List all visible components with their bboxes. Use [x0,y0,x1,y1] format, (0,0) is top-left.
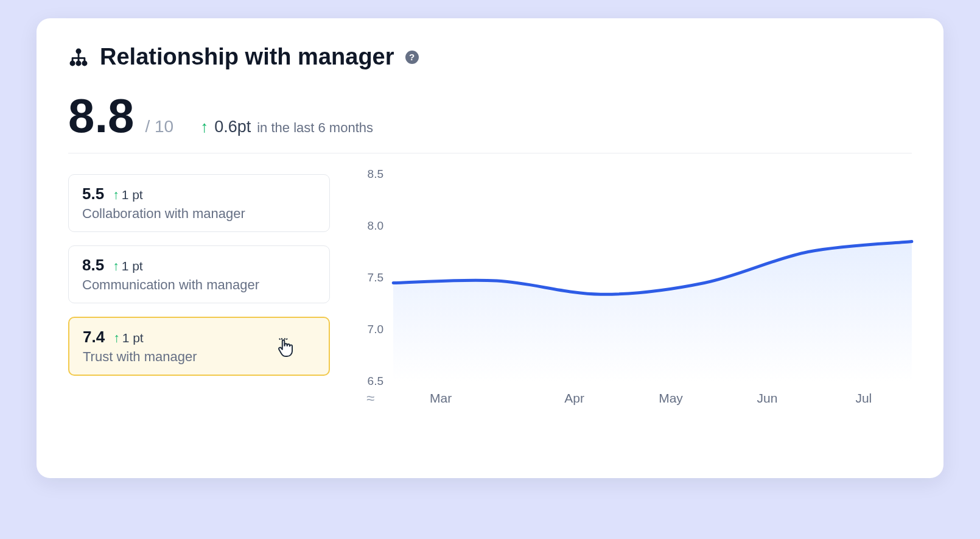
y-tick-label: 7.5 [368,271,383,284]
chart-plot-area [393,174,912,381]
metric-delta: ↑1 pt [113,259,143,273]
metric-score: 7.4 [83,328,105,347]
arrow-up-icon: ↑ [200,118,208,136]
arrow-up-icon: ↑ [113,331,120,345]
summary-score-max: / 10 [145,117,173,136]
metric-card-panel: Relationship with manager ? 8.8 / 10 ↑ 0… [37,18,943,478]
y-tick-label: 8.0 [368,219,383,233]
summary-delta-value: 0.6pt [214,118,251,136]
hierarchy-icon [68,47,89,68]
chart-x-axis: MarAprMayJunJul [393,391,912,406]
metric-score: 5.5 [82,185,104,203]
x-tick-label: Apr [526,391,622,406]
metric-score: 8.5 [82,256,104,275]
summary-score-row: 8.8 / 10 ↑ 0.6pt in the last 6 months [68,92,912,153]
x-tick-label: Mar [393,391,526,406]
sub-metric-collaboration[interactable]: 5.5 ↑1 pt Collaboration with manager [68,174,330,232]
arrow-up-icon: ↑ [113,259,119,273]
summary-delta-period: in the last 6 months [257,120,373,136]
y-tick-label: 7.0 [368,323,383,336]
metric-delta: ↑1 pt [113,331,144,345]
metric-delta: ↑1 pt [113,188,143,202]
x-tick-label: Jul [816,391,912,406]
summary-score: 8.8 [68,92,134,139]
sub-metric-communication[interactable]: 8.5 ↑1 pt Communication with manager [68,245,330,303]
metric-label: Trust with manager [83,349,315,365]
chart-y-axis: 8.58.07.57.06.5 [354,174,387,381]
metric-label: Communication with manager [82,277,316,293]
trend-chart: 8.58.07.57.06.5 ≈ MarAprMayJunJul [354,174,912,460]
sub-metric-trust[interactable]: 7.4 ↑1 pt Trust with manager [68,317,330,376]
arrow-up-icon: ↑ [113,188,119,202]
sub-metric-list: 5.5 ↑1 pt Collaboration with manager 8.5… [68,174,330,460]
x-tick-label: May [623,391,719,406]
y-tick-label: 6.5 [368,375,383,388]
metric-label: Collaboration with manager [82,206,316,222]
x-tick-label: Jun [719,391,815,406]
axis-break-icon: ≈ [366,390,372,407]
summary-delta: ↑ 0.6pt in the last 6 months [200,118,373,136]
panel-body: 5.5 ↑1 pt Collaboration with manager 8.5… [68,174,912,460]
panel-header: Relationship with manager ? [68,44,912,70]
panel-title: Relationship with manager [100,44,394,70]
help-icon[interactable]: ? [405,51,419,64]
y-tick-label: 8.5 [368,167,383,181]
